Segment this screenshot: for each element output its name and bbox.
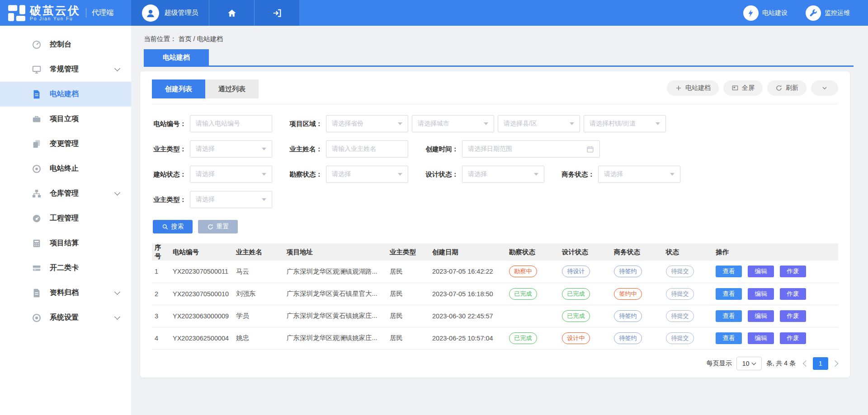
search-button[interactable]: 搜索 bbox=[153, 220, 193, 233]
sidebar-item-project-initiation[interactable]: 项目立项 bbox=[0, 107, 131, 131]
void-button[interactable]: 作废 bbox=[780, 332, 806, 344]
sidebar-item-general-mgmt[interactable]: 常规管理 bbox=[0, 57, 131, 82]
user-name: 超级管理员 bbox=[165, 9, 198, 17]
sidebar-item-station-termination[interactable]: 电站终止 bbox=[0, 156, 131, 181]
view-button[interactable]: 查看 bbox=[716, 332, 742, 344]
lightning-icon bbox=[746, 9, 755, 18]
table-row: 2 YX2023070500010 刘强东 广东深圳龙华区黄石镇星官大... 居… bbox=[152, 283, 838, 305]
owner-type2-select[interactable]: 请选择 bbox=[190, 191, 272, 208]
page-tab-station-filing[interactable]: 电站建档 bbox=[144, 49, 209, 65]
select-caret-icon bbox=[262, 198, 266, 201]
sidebar-item-warehouse-mgmt[interactable]: 仓库管理 bbox=[0, 181, 131, 206]
survey-status-badge: 已完成 bbox=[509, 288, 537, 300]
date-range-input[interactable]: 请选择日期范围 bbox=[462, 140, 600, 158]
page-number-button[interactable]: 1 bbox=[813, 357, 828, 370]
station-no-input[interactable]: 请输入电站编号 bbox=[190, 115, 272, 132]
select-caret-icon bbox=[752, 360, 756, 365]
village-select[interactable]: 请选择村镇/街道 bbox=[584, 115, 666, 132]
business-status-select[interactable]: 请选择 bbox=[598, 166, 680, 183]
chevron-down-icon bbox=[114, 65, 120, 71]
province-select[interactable]: 请选择省份 bbox=[326, 115, 408, 132]
edit-button[interactable]: 编辑 bbox=[748, 288, 774, 300]
sidebar-item-engineering-mgmt[interactable]: 工程管理 bbox=[0, 206, 131, 231]
brand-logo-icon bbox=[8, 5, 25, 22]
survey-status-badge: 勘察中 bbox=[509, 266, 537, 277]
region-label: 项目区域： bbox=[288, 120, 322, 128]
sidebar-item-console[interactable]: 控制台 bbox=[0, 32, 131, 57]
select-caret-icon bbox=[398, 173, 402, 176]
collapse-toolbar-button[interactable] bbox=[811, 80, 838, 96]
fullscreen-button[interactable]: 全屏 bbox=[723, 80, 763, 96]
business-status-badge: 待签约 bbox=[614, 332, 642, 344]
sidebar-item-open-card[interactable]: 开二类卡 bbox=[0, 256, 131, 280]
table-row: 3 YX2023063000009 学员 广东深圳龙华区黄石镇姚家庄... 居民… bbox=[152, 305, 838, 327]
logo: 破茧云伏 Po Jian Yun Fu 代理端 bbox=[0, 0, 131, 26]
next-page-button[interactable] bbox=[832, 360, 838, 366]
home-button[interactable] bbox=[209, 0, 254, 26]
dashboard-icon bbox=[32, 40, 42, 50]
nav-monitor-ops-label: 监控运维 bbox=[825, 9, 850, 17]
sidebar-item-system-settings[interactable]: 系统设置 bbox=[0, 305, 131, 330]
filter-form: 电站编号： 请输入电站编号 项目区域： 请选择省份 请选择城市 bbox=[152, 104, 838, 208]
sidebar-item-data-archive[interactable]: 资料归档 bbox=[0, 280, 131, 305]
per-page-select[interactable]: 10 bbox=[736, 357, 762, 370]
copy-icon bbox=[32, 139, 42, 149]
search-icon bbox=[162, 224, 169, 230]
logout-icon bbox=[272, 8, 282, 18]
void-button[interactable]: 作废 bbox=[780, 310, 806, 322]
edit-button[interactable]: 编辑 bbox=[748, 266, 774, 277]
chevron-down-icon bbox=[114, 190, 120, 196]
view-button[interactable]: 查看 bbox=[716, 266, 742, 277]
chevron-down-icon bbox=[114, 314, 120, 320]
void-button[interactable]: 作废 bbox=[780, 288, 806, 300]
void-button[interactable]: 作废 bbox=[780, 266, 806, 277]
portal-label: 代理端 bbox=[86, 8, 113, 18]
logout-button[interactable] bbox=[254, 0, 299, 26]
target-icon bbox=[32, 164, 42, 174]
business-status-badge: 签约中 bbox=[614, 288, 642, 300]
build-status-label: 建站状态： bbox=[152, 170, 186, 179]
refresh-icon bbox=[775, 84, 783, 92]
document-icon bbox=[32, 89, 42, 99]
nav-station-build-label: 电站建设 bbox=[762, 9, 788, 17]
sidebar-item-project-settlement[interactable]: 项目结算 bbox=[0, 231, 131, 256]
survey-status-select[interactable]: 请选择 bbox=[326, 166, 408, 183]
view-button[interactable]: 查看 bbox=[716, 310, 742, 322]
user-icon bbox=[145, 8, 156, 19]
status-badge: 待提交 bbox=[666, 266, 694, 277]
select-caret-icon bbox=[570, 122, 574, 125]
view-button[interactable]: 查看 bbox=[716, 288, 742, 300]
nav-monitor-ops[interactable]: 监控运维 bbox=[806, 0, 850, 26]
business-status-badge: 待签约 bbox=[614, 310, 642, 322]
status-badge: 待提交 bbox=[666, 288, 694, 300]
prev-page-button[interactable] bbox=[803, 360, 809, 366]
select-caret-icon bbox=[534, 173, 538, 176]
plus-icon bbox=[675, 84, 682, 92]
county-select[interactable]: 请选择县/区 bbox=[498, 115, 580, 132]
survey-status-badge: 已完成 bbox=[509, 332, 537, 344]
select-caret-icon bbox=[262, 148, 266, 150]
select-caret-icon bbox=[670, 173, 675, 176]
edit-button[interactable]: 编辑 bbox=[748, 310, 774, 322]
sidebar-item-change-mgmt[interactable]: 变更管理 bbox=[0, 131, 131, 156]
select-caret-icon bbox=[484, 122, 488, 125]
sidebar-item-station-filing[interactable]: 电站建档 bbox=[0, 82, 131, 107]
nav-station-build[interactable]: 电站建设 bbox=[743, 0, 788, 26]
tab-create-list[interactable]: 创建列表 bbox=[152, 79, 205, 98]
table-row: 1 YX2023070500011 马云 广东深圳龙华区观澜镇观湖路... 居民… bbox=[152, 261, 838, 283]
status-badge: 待提交 bbox=[666, 332, 694, 344]
build-status-select[interactable]: 请选择 bbox=[190, 166, 272, 183]
city-select[interactable]: 请选择城市 bbox=[412, 115, 494, 132]
create-station-button[interactable]: 电站建档 bbox=[667, 80, 719, 96]
user-menu[interactable]: 超级管理员 bbox=[131, 0, 209, 26]
design-status-select[interactable]: 请选择 bbox=[462, 166, 544, 183]
reset-button[interactable]: 重置 bbox=[198, 220, 238, 233]
app-header: 破茧云伏 Po Jian Yun Fu 代理端 超级管理员 bbox=[0, 0, 868, 26]
tab-passed-list[interactable]: 通过列表 bbox=[205, 79, 259, 98]
edit-button[interactable]: 编辑 bbox=[748, 332, 774, 344]
owner-name-input[interactable]: 请输入业主姓名 bbox=[326, 140, 408, 158]
owner-type-select[interactable]: 请选择 bbox=[190, 140, 272, 158]
refresh-button[interactable]: 刷新 bbox=[767, 80, 807, 96]
design-status-label: 设计状态： bbox=[424, 170, 458, 179]
home-icon bbox=[227, 8, 237, 18]
